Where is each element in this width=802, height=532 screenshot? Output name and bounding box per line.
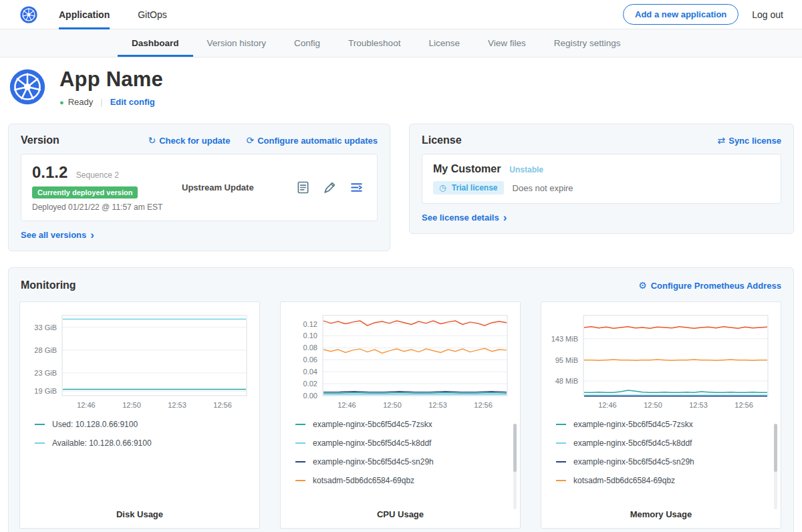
legend-color-dash — [35, 442, 45, 444]
svg-text:12:50: 12:50 — [122, 401, 141, 409]
svg-text:0.02: 0.02 — [303, 380, 317, 388]
charts-row: 19 GiB23 GiB28 GiB33 GiB12:4612:5012:531… — [19, 301, 783, 529]
svg-text:12:56: 12:56 — [474, 401, 493, 409]
cpu-usage-legend: example-nginx-5bc6f5d4c5-7zskxexample-ng… — [295, 420, 514, 485]
channel-label: Unstable — [509, 165, 543, 174]
svg-text:143 MiB: 143 MiB — [551, 335, 578, 343]
chart-title: CPU Usage — [287, 509, 514, 519]
legend-item: Available: 10.128.0.66:9100 — [35, 438, 253, 448]
svg-text:12:53: 12:53 — [428, 401, 447, 409]
tab-application[interactable]: Application — [59, 0, 110, 29]
legend-label: example-nginx-5bc6f5d4c5-7zskx — [313, 420, 432, 429]
tab-view-files[interactable]: View files — [474, 29, 540, 57]
legend-item: kotsadm-5db6dc6584-69qbz — [295, 476, 514, 485]
legend-color-dash — [35, 424, 45, 425]
tab-troubleshoot[interactable]: Troubleshoot — [334, 29, 414, 57]
cpu-usage-chart: 0.000.020.040.060.080.100.1212:4612:5012… — [287, 310, 514, 412]
upstream-update-label: Upstream Update — [182, 182, 254, 192]
svg-text:0.00: 0.00 — [303, 392, 317, 400]
legend-label: example-nginx-5bc6f5d4c5-sn29h — [573, 457, 694, 467]
license-info-box: My Customer Unstable ◷ Trial license Doe… — [422, 154, 781, 204]
monitoring-card: Monitoring ⚙ Configure Prometheus Addres… — [8, 267, 794, 532]
legend-label: example-nginx-5bc6f5d4c5-k8ddf — [573, 438, 692, 448]
chart-title: Memory Usage — [547, 509, 775, 519]
disk-usage-chart: 19 GiB23 GiB28 GiB33 GiB12:4612:5012:531… — [26, 310, 253, 412]
version-card: Version ↻ Check for update ⟳ Configure a… — [8, 124, 390, 251]
svg-text:12:53: 12:53 — [689, 401, 708, 409]
configure-automatic-updates-link[interactable]: ⟳ Configure automatic updates — [246, 135, 378, 146]
cpu-usage-panel: 0.000.020.040.060.080.100.1212:4612:5012… — [280, 301, 521, 529]
legend-label: example-nginx-5bc6f5d4c5-7zskx — [573, 420, 693, 429]
legend-item: example-nginx-5bc6f5d4c5-k8ddf — [295, 438, 514, 448]
status-dot-icon: ● — [59, 98, 64, 106]
chart-title: Disk Usage — [26, 509, 253, 519]
tab-config[interactable]: Config — [280, 29, 334, 57]
svg-text:33 GiB: 33 GiB — [34, 323, 57, 331]
legend-color-dash — [295, 442, 305, 444]
sync-license-link[interactable]: ⇄ Sync license — [717, 135, 781, 146]
license-card: License ⇄ Sync license My Customer Unsta… — [409, 124, 794, 234]
edit-config-link[interactable]: Edit config — [110, 97, 155, 107]
legend-item: example-nginx-5bc6f5d4c5-k8ddf — [556, 438, 775, 448]
topnav-tabs: Application GitOps — [59, 0, 195, 29]
preflight-checks-icon[interactable] — [323, 180, 337, 194]
app-status-row: ● Ready | Edit config — [59, 97, 163, 107]
logout-link[interactable]: Log out — [752, 9, 783, 20]
tab-license[interactable]: License — [414, 29, 474, 57]
svg-text:48 MiB: 48 MiB — [555, 377, 578, 385]
svg-text:12:46: 12:46 — [77, 401, 96, 409]
svg-text:0.12: 0.12 — [303, 320, 317, 328]
tab-registry-settings[interactable]: Registry settings — [540, 29, 635, 57]
deployed-badge: Currently deployed version — [32, 186, 138, 198]
legend-item: Used: 10.128.0.66:9100 — [35, 420, 253, 429]
legend-label: Used: 10.128.0.66:9100 — [52, 420, 138, 429]
clock-icon: ◷ — [439, 183, 446, 192]
legend-item: example-nginx-5bc6f5d4c5-7zskx — [295, 420, 514, 429]
auto-update-icon: ⟳ — [246, 135, 254, 146]
legend-color-dash — [295, 480, 305, 481]
memory-usage-chart: 48 MiB95 MiB143 MiB12:4612:5012:5312:56 — [547, 310, 775, 412]
tab-gitops[interactable]: GitOps — [138, 0, 167, 29]
svg-text:23 GiB: 23 GiB — [34, 369, 57, 377]
legend-scrollbar[interactable] — [774, 424, 777, 509]
see-all-versions-link[interactable]: See all versions › — [9, 221, 390, 251]
memory-usage-legend: example-nginx-5bc6f5d4c5-7zskxexample-ng… — [556, 420, 775, 485]
chevron-right-icon: › — [503, 213, 507, 222]
svg-text:12:46: 12:46 — [598, 401, 617, 409]
svg-text:12:56: 12:56 — [734, 401, 753, 409]
check-for-update-link[interactable]: ↻ Check for update — [148, 135, 230, 146]
see-license-details-link[interactable]: See license details › — [410, 204, 793, 233]
svg-text:12:50: 12:50 — [383, 401, 402, 409]
legend-item: kotsadm-5db6dc6584-69qbz — [556, 476, 775, 485]
version-actions — [296, 180, 366, 194]
tab-dashboard[interactable]: Dashboard — [118, 29, 193, 57]
configure-prometheus-link[interactable]: ⚙ Configure Prometheus Address — [638, 280, 781, 291]
svg-text:0.08: 0.08 — [303, 344, 317, 352]
release-notes-icon[interactable] — [296, 180, 310, 194]
legend-item: example-nginx-5bc6f5d4c5-sn29h — [295, 457, 514, 467]
topnav-right: Add a new application Log out — [623, 4, 802, 25]
legend-color-dash — [556, 461, 566, 462]
legend-color-dash — [556, 424, 566, 425]
app-logo — [9, 69, 45, 105]
refresh-icon: ↻ — [148, 135, 156, 146]
disk-usage-panel: 19 GiB23 GiB28 GiB33 GiB12:4612:5012:531… — [19, 301, 260, 529]
cards-row: Version ↻ Check for update ⟳ Configure a… — [0, 117, 802, 251]
tab-version-history[interactable]: Version history — [193, 29, 281, 57]
trial-license-badge: ◷ Trial license — [433, 181, 504, 194]
version-number: 0.1.2 — [32, 163, 68, 181]
svg-text:19 GiB: 19 GiB — [34, 387, 57, 395]
legend-item: example-nginx-5bc6f5d4c5-7zskx — [556, 420, 775, 429]
sequence-label: Sequence 2 — [76, 170, 119, 180]
legend-label: kotsadm-5db6dc6584-69qbz — [313, 476, 414, 485]
svg-text:12:56: 12:56 — [213, 401, 232, 409]
legend-scrollbar[interactable] — [513, 424, 517, 509]
chevron-right-icon: › — [90, 231, 94, 239]
status-text: Ready — [68, 97, 94, 107]
divider: | — [100, 97, 102, 107]
view-diff-icon[interactable] — [350, 180, 364, 194]
svg-text:12:50: 12:50 — [644, 401, 662, 409]
legend-label: Available: 10.128.0.66:9100 — [52, 438, 152, 448]
version-card-title: Version — [21, 134, 59, 146]
add-application-button[interactable]: Add a new application — [623, 4, 739, 25]
